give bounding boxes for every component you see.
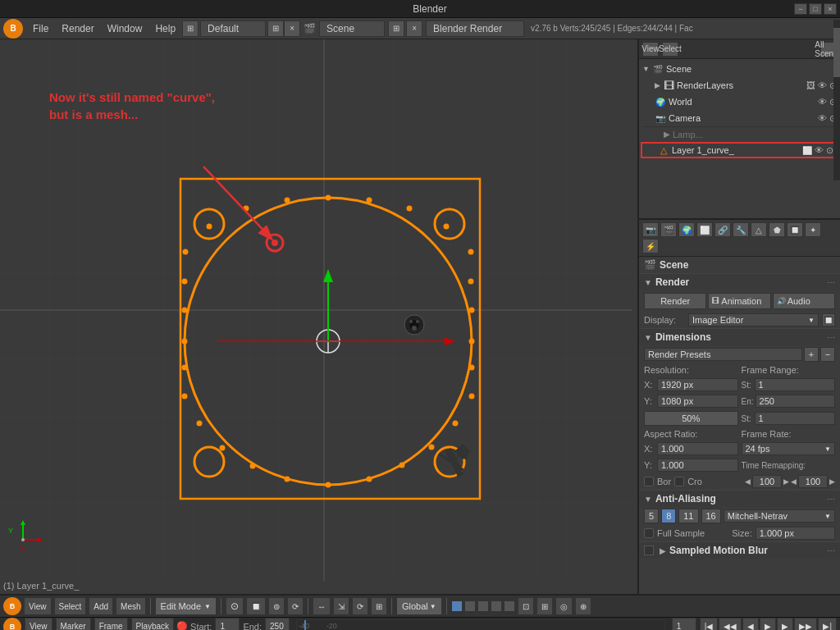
timeline-end-field[interactable]: 250 <box>265 618 290 631</box>
timeline-rec-icon[interactable]: 🔴 <box>177 622 187 631</box>
menu-file[interactable]: File <box>26 21 55 36</box>
transform-icon-4[interactable]: ⊞ <box>371 597 387 615</box>
world-eye[interactable]: 👁 <box>818 97 827 107</box>
proportional-btn[interactable]: ⊚ <box>268 597 285 615</box>
presets-add-btn[interactable]: + <box>804 347 819 362</box>
dimensions-section-header[interactable]: ▼ Dimensions ⋯ <box>639 328 840 345</box>
prev-frame-btn[interactable]: ◀◀ <box>719 618 742 631</box>
bor-checkbox[interactable] <box>644 477 654 486</box>
play-btn[interactable]: ▶ <box>760 618 776 631</box>
layer-2-btn[interactable] <box>464 600 476 612</box>
menu-help[interactable]: Help <box>148 21 182 36</box>
tree-item-camera[interactable]: 📷 Camera 👁 ⊙ <box>639 110 840 126</box>
cro-checkbox[interactable] <box>674 477 684 486</box>
global-select[interactable]: Global▼ <box>396 597 442 615</box>
animation-btn[interactable]: 🎞Animation <box>708 293 770 309</box>
menu-render[interactable]: Render <box>55 21 100 36</box>
scene-close-icon[interactable]: × <box>406 21 422 37</box>
layer-4-btn[interactable] <box>491 600 502 612</box>
extra-icon-4[interactable]: ⊕ <box>575 597 591 615</box>
aa-section-header[interactable]: ▼ Anti-Aliasing ⋯ <box>639 490 840 507</box>
res-x-field[interactable]: 1920 px <box>657 378 738 391</box>
props-constraints-icon[interactable]: 🔗 <box>714 222 731 237</box>
maximize-button[interactable]: □ <box>809 3 822 15</box>
presets-remove-btn[interactable]: − <box>820 347 835 362</box>
scene-name[interactable]: Scene <box>319 21 385 37</box>
tree-item-world[interactable]: 🌍 World 👁 ⊙ <box>639 94 840 110</box>
time-old-field[interactable]: 100 <box>752 475 782 488</box>
frame-rate-field[interactable]: 24 fps▼ <box>742 442 836 455</box>
timeline-frame-btn[interactable]: Frame <box>94 618 128 631</box>
props-particle-icon[interactable]: ✦ <box>805 222 821 237</box>
display-value-select[interactable]: Image Editor ▼ <box>688 313 819 326</box>
render-btn[interactable]: Render <box>644 293 706 309</box>
timeline-playback-btn[interactable]: Playback <box>131 618 175 631</box>
render-section-header[interactable]: ▼ Render ⋯ <box>639 273 840 290</box>
scene-expand-icon[interactable]: ⊞ <box>388 21 404 37</box>
props-texture-icon[interactable]: 🔲 <box>787 222 803 237</box>
layer-3-btn[interactable] <box>477 600 489 612</box>
renderlayers-eye[interactable]: 👁 <box>818 80 827 90</box>
aa-16-btn[interactable]: 16 <box>701 509 721 523</box>
timeline-current-frame[interactable]: 1 <box>672 618 696 631</box>
end-frame-field[interactable]: 250 <box>756 395 835 408</box>
tree-item-hidden[interactable]: ▶ Lamp... <box>642 126 837 141</box>
play-end-btn[interactable]: ▶| <box>818 618 837 631</box>
window-controls[interactable]: − □ × <box>794 3 840 15</box>
smb-checkbox[interactable] <box>644 546 654 555</box>
timeline-view-btn[interactable]: View <box>25 618 52 631</box>
props-world-icon[interactable]: 🌍 <box>678 222 695 237</box>
close-button[interactable]: × <box>824 3 837 15</box>
size-value-field[interactable]: 1.000 px <box>756 527 835 540</box>
next-frame-btn[interactable]: ▶▶ <box>794 618 817 631</box>
frame-step-field[interactable]: 1 <box>755 412 836 425</box>
transform-icon-1[interactable]: ↔ <box>313 597 331 615</box>
camera-eye[interactable]: 👁 <box>818 113 827 123</box>
toolbar-mesh-btn[interactable]: Mesh <box>116 597 145 615</box>
tree-item-renderlayers[interactable]: ▶ 🎞 RenderLayers 🖼 👁 ⊙ <box>639 77 840 94</box>
layout-icon[interactable]: ⊞ <box>182 21 199 37</box>
layer-1-btn[interactable] <box>451 600 463 612</box>
pivot-btn[interactable]: ⊙ <box>226 597 244 615</box>
time-new-field[interactable]: 100 <box>798 475 828 488</box>
timeline-scrubber[interactable]: -40 -20 <box>296 619 665 631</box>
timeline-marker-btn[interactable]: Marker <box>56 618 91 631</box>
resolution-pct[interactable]: 50% <box>644 411 738 426</box>
extra-icon-2[interactable]: ⊞ <box>536 597 553 615</box>
aa-5-btn[interactable]: 5 <box>644 509 659 523</box>
smb-section-header[interactable]: ▶ Sampled Motion Blur ⋯ <box>639 541 840 559</box>
full-sample-checkbox[interactable] <box>644 528 654 538</box>
prev-keyframe-btn[interactable]: ◀ <box>742 618 759 631</box>
audio-btn[interactable]: 🔊Audio <box>773 293 835 309</box>
transform-icon-3[interactable]: ⟳ <box>352 597 368 615</box>
curve-eye[interactable]: 👁 <box>815 145 824 155</box>
props-material-icon[interactable]: ⬟ <box>769 222 785 237</box>
outliner-view-btn[interactable]: View <box>642 42 659 57</box>
toolbar-view-btn[interactable]: View <box>24 597 52 615</box>
props-modifiers-icon[interactable]: 🔧 <box>733 222 749 237</box>
extra-icon-3[interactable]: ◎ <box>555 597 573 615</box>
aa-8-btn[interactable]: 8 <box>661 509 676 523</box>
layer-5-btn[interactable] <box>504 600 515 612</box>
menu-window[interactable]: Window <box>101 21 149 36</box>
curve-cursor[interactable]: ⊙ <box>826 145 833 156</box>
viewport-3d[interactable]: Top Persp <box>0 39 639 594</box>
display-icon-btn[interactable]: 🔲 <box>822 313 835 326</box>
props-object-icon[interactable]: ⬜ <box>696 222 713 237</box>
aa-11-btn[interactable]: 11 <box>678 509 698 523</box>
minimize-button[interactable]: − <box>794 3 807 15</box>
rotate-pivot-btn[interactable]: ⟳ <box>287 597 304 615</box>
outliner-select-btn[interactable]: Select <box>662 42 678 57</box>
snap-btn[interactable]: 🔲 <box>246 597 266 615</box>
props-data-icon[interactable]: △ <box>751 222 767 237</box>
play-start-btn[interactable]: |◀ <box>700 618 719 631</box>
extra-icon-1[interactable]: ⊡ <box>518 597 534 615</box>
start-frame-field[interactable]: 1 <box>755 378 836 391</box>
tree-item-scene[interactable]: ▼ 🎬 Scene <box>639 61 840 77</box>
render-presets-select[interactable]: Render Presets <box>644 348 802 361</box>
render-engine-select[interactable]: Blender Render <box>426 21 524 37</box>
res-y-field[interactable]: 1080 px <box>657 395 738 408</box>
props-scene-icon[interactable]: 🎬 <box>660 222 677 237</box>
props-render-icon[interactable]: 📷 <box>642 222 659 237</box>
outliner-scrollbar-thumb[interactable] <box>833 39 840 77</box>
